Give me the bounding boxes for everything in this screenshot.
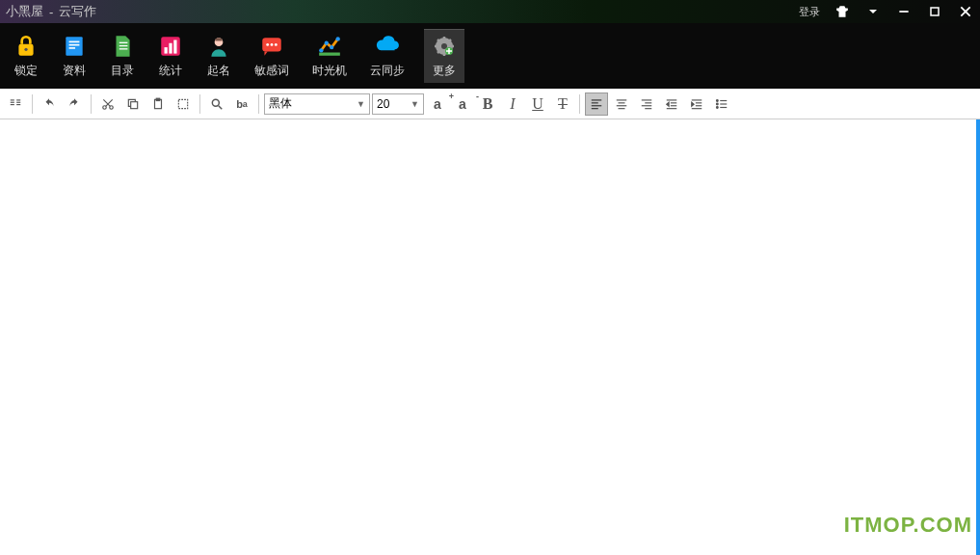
svg-rect-15 [169, 42, 172, 53]
align-right-button[interactable] [635, 92, 658, 116]
align-left-button[interactable] [585, 92, 608, 116]
svg-line-45 [219, 105, 223, 109]
underline-button[interactable]: U [526, 92, 549, 116]
svg-rect-12 [119, 48, 128, 49]
svg-rect-7 [69, 40, 80, 42]
svg-point-28 [441, 43, 447, 49]
lock-button[interactable]: 锁定 [10, 30, 42, 83]
increase-font-button[interactable]: a+ [426, 92, 449, 116]
graph-icon [317, 34, 342, 59]
gear-icon [432, 34, 457, 59]
info-label: 资料 [63, 63, 86, 79]
svg-rect-11 [119, 44, 128, 45]
separator [258, 94, 259, 114]
replace-button[interactable]: ba [230, 92, 253, 116]
svg-point-68 [716, 106, 718, 108]
indent-button[interactable] [685, 92, 708, 116]
paste-button[interactable] [146, 92, 170, 116]
lock-icon [13, 34, 39, 59]
svg-point-23 [319, 48, 323, 52]
theme-icon[interactable] [834, 3, 851, 20]
dropdown-icon[interactable] [864, 3, 882, 20]
minimize-button[interactable] [895, 3, 913, 20]
redo-button[interactable] [63, 92, 86, 116]
strikethrough-button[interactable]: T [551, 92, 574, 116]
main-toolbar: 锁定 资料 目录 统计 起名 敏感词 时光机 [0, 23, 980, 89]
chevron-down-icon: ▼ [357, 99, 365, 109]
naming-button[interactable]: 起名 [202, 30, 235, 83]
chat-icon [259, 34, 284, 59]
undo-button[interactable] [38, 92, 61, 116]
svg-rect-6 [66, 37, 82, 56]
align-center-button[interactable] [610, 92, 633, 116]
document-icon [110, 34, 135, 59]
time-button[interactable]: 时光机 [308, 30, 351, 83]
separator [579, 94, 580, 114]
watermark: ITMOP.COM [844, 513, 972, 538]
person-icon [206, 34, 231, 59]
naming-label: 起名 [207, 63, 230, 79]
cloud-label: 云同步 [370, 63, 405, 79]
time-label: 时光机 [312, 63, 347, 79]
sensitive-label: 敏感词 [254, 63, 289, 79]
titlebar-title: 小黑屋 - 云写作 [6, 3, 96, 20]
svg-point-25 [330, 44, 333, 48]
svg-point-20 [271, 42, 274, 45]
italic-button[interactable]: I [501, 92, 524, 116]
svg-rect-9 [69, 47, 76, 49]
list-button[interactable] [710, 92, 733, 116]
titlebar-controls: 登录 [799, 3, 974, 20]
format-toolbar: ba 黑体 ▼ 20 ▼ a+ a- B I U T [0, 89, 980, 119]
toc-button[interactable]: 目录 [106, 30, 139, 83]
toc-label: 目录 [111, 63, 134, 79]
decrease-font-button[interactable]: a- [451, 92, 474, 116]
login-link[interactable]: 登录 [799, 5, 820, 19]
svg-rect-16 [173, 40, 176, 53]
font-family-select[interactable]: 黑体 ▼ [264, 93, 370, 115]
cut-button[interactable] [96, 92, 119, 116]
svg-point-44 [212, 99, 219, 106]
maximize-button[interactable] [926, 3, 943, 20]
font-name-value: 黑体 [269, 95, 292, 112]
separator [91, 94, 92, 114]
svg-point-67 [716, 103, 718, 105]
copy-button[interactable] [121, 92, 145, 116]
editor-canvas[interactable] [0, 119, 980, 555]
titlebar: 小黑屋 - 云写作 登录 [0, 0, 980, 23]
stats-button[interactable]: 统计 [154, 30, 187, 83]
cloud-button[interactable]: 云同步 [366, 30, 409, 83]
svg-point-5 [24, 47, 27, 50]
svg-rect-8 [69, 43, 80, 45]
separator [199, 94, 200, 114]
svg-point-21 [275, 42, 278, 45]
svg-point-26 [336, 37, 340, 40]
book-icon [62, 34, 87, 59]
separator [32, 94, 33, 114]
app-subtitle: 云写作 [59, 3, 96, 20]
svg-rect-22 [319, 52, 340, 55]
svg-rect-1 [931, 8, 939, 15]
close-button[interactable] [957, 3, 974, 20]
more-label: 更多 [433, 63, 456, 79]
outdent-button[interactable] [660, 92, 683, 116]
chart-icon [158, 34, 183, 59]
svg-rect-43 [178, 99, 187, 108]
svg-point-66 [716, 99, 718, 101]
lock-label: 锁定 [14, 63, 38, 79]
select-all-button[interactable] [172, 92, 195, 116]
title-sep: - [49, 5, 53, 19]
info-button[interactable]: 资料 [58, 30, 91, 83]
bold-button[interactable]: B [476, 92, 499, 116]
stats-label: 统计 [159, 63, 182, 79]
svg-rect-10 [119, 41, 128, 42]
chevron-down-icon: ▼ [411, 99, 419, 109]
find-button[interactable] [205, 92, 228, 116]
cloud-icon [375, 34, 400, 59]
font-size-value: 20 [377, 97, 389, 111]
indent-toggle-button[interactable] [4, 92, 27, 116]
svg-point-19 [266, 42, 269, 45]
font-size-select[interactable]: 20 ▼ [372, 93, 424, 115]
app-name: 小黑屋 [6, 3, 43, 20]
sensitive-button[interactable]: 敏感词 [251, 30, 293, 83]
more-button[interactable]: 更多 [424, 29, 464, 83]
